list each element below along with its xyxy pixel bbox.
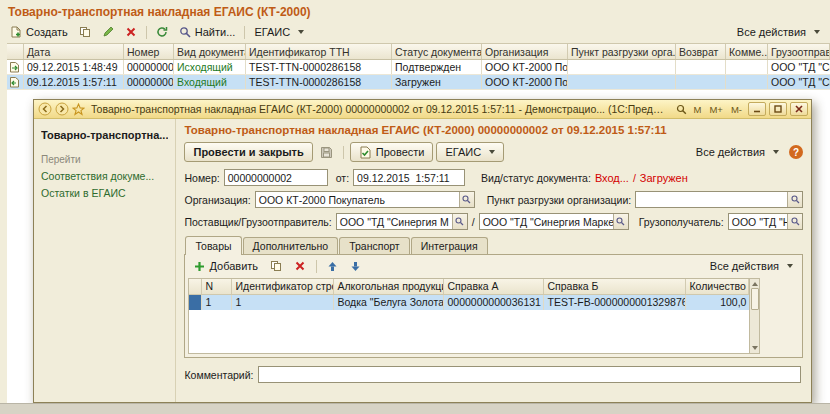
column-header-number[interactable]: Номер xyxy=(124,44,174,59)
refresh-icon xyxy=(156,26,168,38)
pencil-icon xyxy=(102,26,114,38)
sidebar-item-current[interactable]: Товарно-транспортна... xyxy=(41,129,168,141)
post-and-close-button[interactable]: Провести и закрыть xyxy=(184,142,312,162)
table-header-row: Дата Номер Вид документа Идентификатор Т… xyxy=(7,43,830,60)
nav-back-icon[interactable] xyxy=(37,102,52,117)
column-header-shipper[interactable]: Грузоотправитель xyxy=(768,44,830,59)
column-header-n[interactable]: N xyxy=(202,279,232,294)
cell-date: 09.12.2015 1:57:11 xyxy=(24,75,124,89)
page-title: Товарно-транспортная накладная ЕГАИС (КТ… xyxy=(8,5,311,19)
close-button[interactable] xyxy=(790,102,808,116)
cell-return xyxy=(676,60,726,74)
doc-type-value[interactable]: Вход... xyxy=(595,172,629,184)
column-header-quantity[interactable]: Количество xyxy=(686,279,749,294)
column-header-return[interactable]: Возврат xyxy=(676,44,726,59)
titlebar-search-icon[interactable] xyxy=(674,102,689,117)
comment-input[interactable] xyxy=(258,366,801,383)
supplier-field[interactable]: ООО "ТД "Синергия М xyxy=(336,213,468,230)
create-button[interactable]: Создать xyxy=(5,23,73,42)
cell-n: 1 xyxy=(202,295,232,310)
table-row[interactable]: 09.12.2015 1:48:49 00000000... Исходящий… xyxy=(7,60,830,75)
toolbar-separator xyxy=(316,260,317,273)
tab-transport[interactable]: Транспорт xyxy=(339,237,410,254)
column-header-product[interactable]: Алкогольная продукция xyxy=(334,279,444,294)
chevron-down-icon xyxy=(298,30,304,34)
field-row-number: Номер: 00000000002 от: 09.12.2015 1:57:1… xyxy=(184,169,803,186)
form-egais-menu-button[interactable]: ЕГАИС xyxy=(436,142,504,162)
memory-minus-button[interactable]: М- xyxy=(728,102,745,116)
dialog-body: Товарно-транспортна... Перейти Соответст… xyxy=(34,119,811,402)
move-down-button[interactable] xyxy=(345,257,366,276)
lookup-button[interactable] xyxy=(613,214,628,229)
copy-button[interactable] xyxy=(74,23,96,42)
column-header-doc-type[interactable]: Вид документа xyxy=(174,44,246,59)
column-header-status[interactable]: Статус документа xyxy=(392,44,482,59)
memory-button[interactable]: М xyxy=(691,102,705,116)
column-header-ref-b[interactable]: Справка Б xyxy=(544,279,686,294)
refresh-button[interactable] xyxy=(151,23,173,42)
items-scrollbar[interactable] xyxy=(749,279,759,353)
column-header-comment[interactable]: Комме... xyxy=(726,44,768,59)
tab-integration[interactable]: Интеграция xyxy=(411,237,488,254)
lookup-button[interactable] xyxy=(459,192,474,207)
find-button-label: Найти... xyxy=(195,26,236,38)
maximize-button[interactable] xyxy=(769,102,787,116)
date-input[interactable]: 09.12.2015 1:57:11 xyxy=(353,169,465,186)
nav-forward-icon[interactable] xyxy=(54,102,69,117)
sidebar-link-egais-balances[interactable]: Остатки в ЕГАИС xyxy=(41,187,168,199)
items-row-selected[interactable]: 1 1 Водка "Белуга Золотая Л... 000000000… xyxy=(189,295,749,310)
add-row-label: Добавить xyxy=(209,260,258,272)
column-header-organization[interactable]: Организация xyxy=(482,44,568,59)
move-up-button[interactable] xyxy=(322,257,343,276)
items-all-actions-button[interactable]: Все действия xyxy=(705,257,798,276)
cell-doc-type: Исходящий xyxy=(174,60,246,74)
doc-status-value[interactable]: Загружен xyxy=(640,172,688,184)
tab-additional[interactable]: Дополнительно xyxy=(243,237,339,254)
all-actions-label: Все действия xyxy=(737,26,806,38)
dialog-title: Товарно-транспортная накладная ЕГАИС (КТ… xyxy=(88,103,672,115)
lookup-button[interactable] xyxy=(452,214,467,229)
row-marker-header xyxy=(189,279,202,294)
sidebar-group-label: Перейти xyxy=(41,154,168,165)
find-button[interactable]: Найти... xyxy=(174,23,241,42)
list-all-actions-button[interactable]: Все действия xyxy=(732,23,825,42)
copy-row-button[interactable] xyxy=(265,257,287,276)
column-header-ref-a[interactable]: Справка А xyxy=(444,279,544,294)
column-header-line-id[interactable]: Идентификатор строки xyxy=(232,279,334,294)
scroll-down-icon[interactable] xyxy=(752,346,758,350)
form-all-actions-button[interactable]: Все действия xyxy=(691,143,784,162)
items-toolbar: Добавить xyxy=(185,255,802,277)
sidebar-link-correspondences[interactable]: Соответствия докуме... xyxy=(41,170,168,182)
scrollbar-thumb[interactable] xyxy=(751,288,759,310)
delete-button[interactable] xyxy=(120,23,142,42)
tab-goods[interactable]: Товары xyxy=(185,236,241,255)
egais-menu-button[interactable]: ЕГАИС xyxy=(249,23,309,42)
organization-field[interactable]: ООО КТ-2000 Покупатель xyxy=(255,191,475,208)
help-icon[interactable]: ? xyxy=(789,145,803,159)
column-header-unload-point[interactable]: Пункт разгрузки орга... xyxy=(568,44,676,59)
dialog-titlebar[interactable]: Товарно-транспортная накладная ЕГАИС (КТ… xyxy=(34,100,811,119)
table-row-selected[interactable]: 09.12.2015 1:57:11 00000000... Входящий … xyxy=(7,75,830,90)
shipper-field[interactable]: ООО "ТД "Синергия Маркет" xyxy=(479,213,629,230)
favorites-star-icon[interactable] xyxy=(71,102,86,117)
consignee-field[interactable]: ООО "ТД "Нобл xyxy=(728,213,803,230)
column-header-date[interactable]: Дата xyxy=(24,44,124,59)
cell-ttn-id: TEST-TTN-0000286158 xyxy=(246,60,392,74)
number-input[interactable]: 00000000002 xyxy=(224,169,328,186)
edit-button[interactable] xyxy=(97,23,119,42)
column-header-ttn-id[interactable]: Идентификатор ТТН xyxy=(246,44,392,59)
lookup-button[interactable] xyxy=(787,214,802,229)
chevron-down-icon xyxy=(814,30,820,34)
minimize-button[interactable] xyxy=(748,102,766,116)
unload-point-field[interactable] xyxy=(635,191,803,208)
save-button[interactable] xyxy=(316,142,337,162)
column-header-icon xyxy=(7,44,24,59)
post-button[interactable]: Провести xyxy=(350,142,434,162)
scroll-up-icon[interactable] xyxy=(752,282,758,286)
lookup-button[interactable] xyxy=(787,192,802,207)
toolbar-separator xyxy=(343,146,344,159)
consignee-label: Грузополучатель: xyxy=(639,216,724,228)
delete-row-button[interactable] xyxy=(289,257,311,276)
memory-plus-button[interactable]: М+ xyxy=(706,102,725,116)
add-row-button[interactable]: Добавить xyxy=(189,257,263,276)
